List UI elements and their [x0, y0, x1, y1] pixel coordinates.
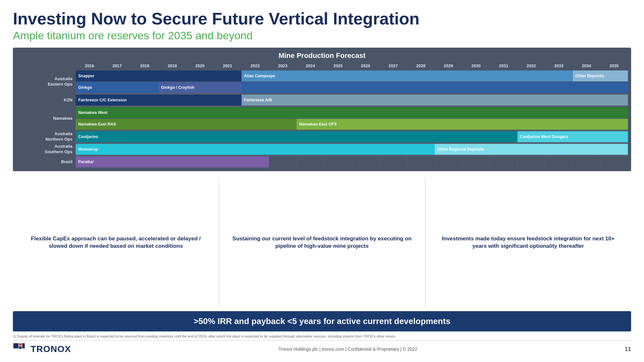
group-label-4: AustraliaSouthern Ops [16, 144, 76, 155]
sub-title: Ample titanium ore reserves for 2035 and… [13, 29, 631, 42]
chart-rows: AustraliaEastern OpsSnapperAtlas Campasp… [16, 70, 628, 167]
year-2026: 2026 [352, 62, 380, 69]
footer-left: TRONOX [13, 343, 71, 356]
info-col-1: Flexible CapEx approach can be paused, a… [13, 177, 219, 308]
group-row-4: AustraliaSouthern OpsWonnerupOther Regio… [16, 144, 628, 155]
year-2030: 2030 [462, 62, 490, 69]
bar-segment-2-1-Namakwa-East-RAS: Namakwa East RAS [76, 119, 324, 130]
page-number: 11 [625, 346, 631, 353]
bar-segment-0-0-Atlas-Campaspe: Atlas Campaspe [242, 70, 573, 81]
year-2021: 2021 [214, 62, 242, 69]
year-2019: 2019 [158, 62, 186, 69]
bar-segment-0-0-Snapper: Snapper [76, 70, 269, 81]
bar-row-5-0: Paraiba¹ [76, 156, 628, 167]
years-grid: 2016201720182019202020212022202320242025… [76, 62, 628, 69]
year-2023: 2023 [269, 62, 297, 69]
year-2020: 2020 [186, 62, 214, 69]
footer-center: Tronox Holdings plc | tronox.com | Confi… [279, 347, 418, 352]
svg-rect-2 [22, 343, 25, 348]
year-2034: 2034 [573, 62, 601, 69]
main-title: Investing Now to Secure Future Vertical … [13, 10, 631, 28]
bar-row-3-0: CooljarlooCooljarloo West Dongara [76, 131, 628, 142]
bar-segment-3-0-Cooljarloo: Cooljarloo [76, 131, 545, 142]
group-label-1: KZN [16, 95, 76, 106]
bar-segment-5-0-Paraiba¹: Paraiba¹ [76, 156, 269, 167]
year-2018: 2018 [131, 62, 159, 69]
bar-row-1-0: Fairbreeze C/C ExtensionFairbreeze A/B [76, 95, 628, 106]
year-2017: 2017 [103, 62, 131, 69]
year-2016: 2016 [76, 62, 103, 69]
year-2028: 2028 [407, 62, 435, 69]
page: Investing Now to Secure Future Vertical … [0, 0, 644, 362]
three-cols: Flexible CapEx approach can be paused, a… [13, 174, 631, 311]
year-2029: 2029 [435, 62, 462, 69]
bar-segment-3-0-Cooljarloo-West-Dongara: Cooljarloo West Dongara [517, 131, 628, 142]
bar-row-0-0: SnapperAtlas CampaspeOther Deposits [76, 70, 628, 81]
bar-segment-0-1- [242, 82, 628, 93]
group-row-2: NamakwaNamakwa WestNamakwa East RASNamak… [16, 107, 628, 130]
info-col-2: Sustaining our current level of feedstoc… [219, 177, 425, 308]
chart-section: Mine Production Forecast 201620172018201… [13, 48, 631, 171]
year-2032: 2032 [517, 62, 545, 69]
bar-row-2-1: Namakwa East RASNamakwa East OFS [76, 119, 628, 130]
svg-rect-3 [19, 346, 22, 349]
irr-text: >50% IRR and payback <5 years for active… [18, 316, 626, 326]
footer: TRONOX Tronox Holdings plc | tronox.com … [13, 340, 631, 356]
year-2031: 2031 [490, 62, 517, 69]
group-row-1: KZNFairbreeze C/C ExtensionFairbreeze A/… [16, 95, 628, 106]
tronox-logo-icon [13, 343, 26, 356]
year-2035: 2035 [600, 62, 628, 69]
year-2024: 2024 [297, 62, 324, 69]
bar-row-4-0: WonnerupOther Regional Deposits [76, 144, 628, 155]
group-row-3: AustraliaNorthern OpsCooljarlooCooljarlo… [16, 131, 628, 142]
year-2033: 2033 [545, 62, 573, 69]
footnote: 1) Supply of ilmenite for TROX's Bahia p… [13, 331, 631, 340]
bar-segment-1-0-Fairbreeze-C/C-Extension: Fairbreeze C/C Extension [76, 95, 269, 106]
bar-segment-4-0-Other-Regional-Deposits: Other Regional Deposits [435, 144, 628, 155]
chart-title: Mine Production Forecast [16, 51, 628, 60]
group-label-5: Brazil [16, 156, 76, 167]
bar-segment-4-0-Wonnerup: Wonnerup [76, 144, 462, 155]
year-2022: 2022 [242, 62, 269, 69]
bottom-section: Flexible CapEx approach can be paused, a… [13, 171, 631, 356]
svg-rect-0 [14, 343, 19, 348]
bar-segment-2-0-Namakwa-West: Namakwa West [76, 107, 628, 118]
bar-segment-0-0-Other-Deposits: Other Deposits [573, 70, 628, 81]
group-label-2: Namakwa [16, 107, 76, 130]
bar-segment-0-1-Ginkgo-/-Crayfish: Ginkgo / Crayfish [158, 82, 241, 93]
group-row-5: BrazilParaiba¹ [16, 156, 628, 167]
year-2025: 2025 [324, 62, 352, 69]
year-header-row: 2016201720182019202020212022202320242025… [16, 62, 628, 69]
group-row-0: AustraliaEastern OpsSnapperAtlas Campasp… [16, 70, 628, 93]
bar-row-0-1: GinkgoGinkgo / Crayfish [76, 82, 628, 93]
svg-rect-1 [19, 343, 22, 346]
logo-text: TRONOX [31, 344, 71, 354]
bar-segment-2-1-Namakwa-East-OFS: Namakwa East OFS [297, 119, 628, 130]
year-2027: 2027 [379, 62, 407, 69]
info-col-3: Investments made today ensure feedstock … [425, 177, 631, 308]
group-label-3: AustraliaNorthern Ops [16, 131, 76, 142]
group-label-0: AustraliaEastern Ops [16, 70, 76, 93]
bar-row-2-0: Namakwa West [76, 107, 628, 118]
irr-banner: >50% IRR and payback <5 years for active… [13, 311, 631, 331]
bar-segment-1-0-Fairbreeze-A/B: Fairbreeze A/B [242, 95, 628, 106]
